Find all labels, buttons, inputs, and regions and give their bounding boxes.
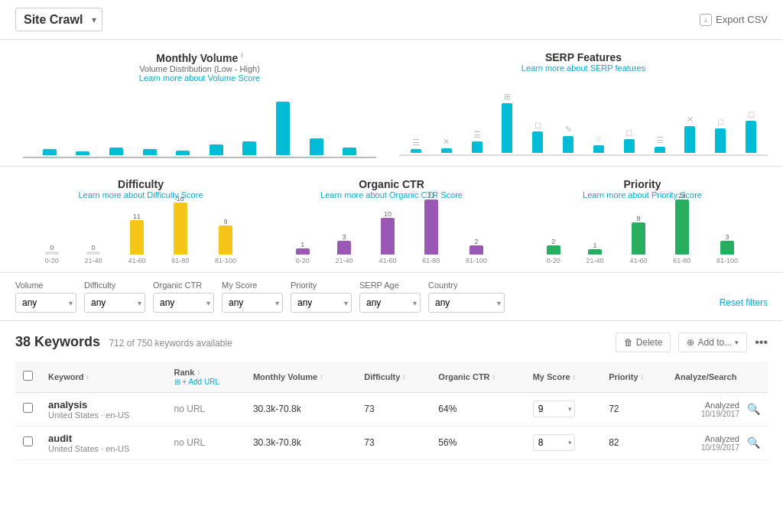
bar — [276, 102, 290, 155]
reset-filters-button[interactable]: Reset filters — [720, 297, 768, 313]
keywords-actions: 🗑 Delete ⊕ Add to... ▾ ••• — [616, 332, 768, 352]
country-filter-select-wrapper[interactable]: any — [428, 293, 505, 313]
add-to-button[interactable]: ⊕ Add to... ▾ — [678, 332, 747, 352]
prio-bar-1 — [547, 245, 560, 255]
my-score-select-2[interactable]: 8 — [533, 434, 575, 451]
analyzed-text-1: Analyzed 10/19/2017 — [701, 401, 739, 418]
priority-filter-select[interactable]: any — [291, 293, 352, 313]
keyword-cell-1: analysis United States · en-US — [41, 392, 167, 426]
priority-filter-select-wrapper[interactable]: any — [291, 293, 352, 313]
bar-group — [242, 141, 256, 155]
search-icon-btn-1[interactable]: 🔍 — [747, 403, 760, 415]
delete-button[interactable]: 🗑 Delete — [616, 332, 671, 352]
ctr-cell-2: 56% — [430, 426, 525, 459]
difficulty-link[interactable]: Learn more about Difficulty Score — [15, 190, 266, 200]
table-row: audit United States · en-US no URL 30.3k… — [15, 426, 768, 459]
keyword-name-2: audit — [48, 433, 159, 444]
monthly-volume-info: i — [241, 51, 243, 59]
keyword-cell-2: audit United States · en-US — [41, 426, 167, 459]
ctr-bar-5 — [469, 245, 483, 255]
add-to-chevron: ▾ — [735, 339, 739, 346]
diff-bar-4 — [174, 203, 187, 255]
my-score-filter-group: My Score any — [222, 281, 283, 313]
bar — [143, 149, 157, 155]
keyword-sort-icon[interactable]: ↕ — [86, 373, 89, 381]
header: Site Crawl ↓ Export CSV — [0, 0, 783, 40]
add-url-header-link[interactable]: ⊞ + Add URL — [174, 378, 219, 386]
keywords-count-area: 38 Keywords 712 of 750 keywords availabl… — [15, 334, 232, 350]
my-score-select-wrapper-1[interactable]: 9 — [533, 401, 575, 417]
serp-age-filter-select[interactable]: any — [359, 293, 421, 313]
ctr-sort-icon[interactable]: ↕ — [492, 373, 496, 381]
volume-filter-select[interactable]: any — [15, 293, 76, 313]
diff-val-2: 0 — [92, 244, 96, 251]
priority-bars: 2 0-20 1 21-40 8 41-60 24 61-80 3 — [517, 203, 768, 264]
site-crawl-select-wrapper[interactable]: Site Crawl — [15, 8, 102, 31]
prio-bar-4 — [675, 200, 689, 255]
table-header-my-score: My Score ↕ — [525, 362, 601, 393]
row-checkbox-1[interactable] — [23, 403, 33, 413]
table-header-analyze: Analyze/Search — [667, 362, 768, 393]
serp-age-filter-select-wrapper[interactable]: any — [359, 293, 421, 313]
bar-group — [109, 148, 123, 155]
organic-ctr-bars: 1 0-20 3 21-40 10 41-60 22 61-80 2 — [266, 203, 517, 264]
priority-link[interactable]: Learn more about Priority Score — [517, 190, 768, 200]
organic-ctr-filter-label: Organic CTR — [153, 281, 214, 290]
site-crawl-select[interactable]: Site Crawl — [15, 8, 102, 31]
difficulty-chart: Difficulty Learn more about Difficulty S… — [15, 178, 266, 264]
my-score-filter-select[interactable]: any — [222, 293, 283, 313]
monthly-volume-link[interactable]: Learn more about Volume Score — [15, 73, 384, 83]
export-csv-button[interactable]: ↓ Export CSV — [700, 14, 768, 26]
ctr-bar-4 — [424, 200, 438, 255]
diff-bar-3 — [130, 220, 144, 255]
difficulty-filter-group: Difficulty any — [84, 281, 145, 313]
top-charts-section: Monthly Volume i Volume Distribution (Lo… — [0, 40, 783, 167]
prio-bar-group-3: 8 41-60 — [629, 215, 647, 264]
diff-bar-1 — [45, 251, 59, 255]
prio-bar-5 — [720, 241, 734, 255]
serp-features-link[interactable]: Learn more about SERP features — [399, 63, 768, 73]
more-options-button[interactable]: ••• — [755, 336, 768, 349]
bar-group — [43, 149, 57, 155]
organic-ctr-link[interactable]: Learn more about Organic CTR Score — [266, 190, 517, 200]
keywords-count: 38 Keywords — [15, 334, 100, 349]
organic-ctr-filter-select-wrapper[interactable]: any — [153, 293, 214, 313]
my-score-select-1[interactable]: 9 — [533, 401, 575, 417]
my-score-filter-select-wrapper[interactable]: any — [222, 293, 283, 313]
bar-group — [176, 151, 190, 155]
country-filter-select[interactable]: any — [428, 293, 505, 313]
diff-label-5: 81-100 — [215, 257, 236, 264]
select-all-checkbox[interactable] — [23, 371, 33, 381]
diff-bar-5 — [219, 225, 232, 255]
ms-sort-icon[interactable]: ↕ — [573, 373, 577, 381]
volume-filter-select-wrapper[interactable]: any — [15, 293, 76, 313]
bar-group — [343, 148, 356, 155]
diff-bar-group-1: 0 0-20 — [45, 244, 59, 264]
diff-sort-icon[interactable]: ↕ — [402, 373, 406, 381]
bar — [76, 151, 89, 155]
search-icon-btn-2[interactable]: 🔍 — [747, 436, 760, 449]
difficulty-filter-select-wrapper[interactable]: any — [84, 293, 145, 313]
bar-group — [76, 151, 89, 155]
prio-bar-group-4: 24 61-80 — [673, 192, 690, 264]
monthly-volume-subtitle: Volume Distribution (Low - High) — [15, 64, 384, 73]
mv-sort-icon[interactable]: ↕ — [320, 373, 323, 381]
diff-label-2: 21-40 — [85, 257, 102, 264]
analyze-cell-1: Analyzed 10/19/2017 🔍 — [667, 392, 768, 426]
priority-cell-1: 72 — [601, 392, 667, 426]
my-score-select-wrapper-2[interactable]: 8 — [533, 434, 575, 451]
export-icon: ↓ — [700, 14, 712, 26]
prio-bar-group-5: 3 81-100 — [716, 233, 738, 264]
difficulty-filter-select[interactable]: any — [84, 293, 145, 313]
serp-age-filter-label: SERP Age — [359, 281, 421, 290]
prio-bar-group-1: 2 0-20 — [547, 238, 560, 264]
prio-sort-icon[interactable]: ↕ — [641, 373, 645, 381]
organic-ctr-filter-select[interactable]: any — [153, 293, 214, 313]
table-header-difficulty: Difficulty ↕ — [356, 362, 430, 393]
row-checkbox-2[interactable] — [23, 436, 33, 446]
diff-label-4: 61-80 — [171, 257, 189, 264]
diff-label-3: 41-60 — [128, 257, 145, 264]
volume-filter-group: Volume any — [15, 281, 76, 313]
rank-sort-icon[interactable]: ↕ — [197, 368, 200, 376]
add-to-label: Add to... — [697, 337, 732, 348]
